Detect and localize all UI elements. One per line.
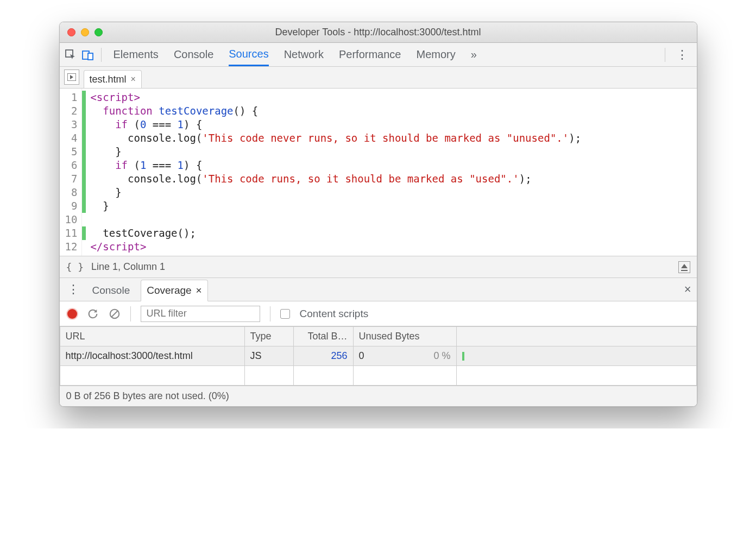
svg-rect-2 bbox=[88, 53, 93, 60]
coverage-table: URL Type Total B… Unused Bytes http://lo… bbox=[60, 326, 697, 386]
separator bbox=[665, 48, 665, 62]
cell-usage-bar bbox=[456, 346, 696, 366]
tabs-overflow[interactable]: » bbox=[471, 43, 477, 66]
code-editor[interactable]: 123456789101112 <script> function testCo… bbox=[60, 89, 697, 256]
table-row bbox=[60, 366, 696, 386]
editor-status-bar: { } Line 1, Column 1 bbox=[60, 256, 697, 278]
tab-console[interactable]: Console bbox=[174, 43, 213, 66]
col-usage-bar[interactable] bbox=[456, 327, 696, 346]
close-drawer-tab-icon[interactable]: × bbox=[196, 285, 202, 297]
coverage-markers bbox=[82, 89, 86, 256]
pretty-print-icon[interactable]: { } bbox=[66, 261, 84, 273]
file-tab-test-html[interactable]: test.html × bbox=[84, 70, 142, 88]
col-type[interactable]: Type bbox=[244, 327, 293, 346]
tab-network[interactable]: Network bbox=[284, 43, 324, 66]
tab-memory[interactable]: Memory bbox=[417, 43, 456, 66]
drawer-menu-icon[interactable]: ⋮ bbox=[65, 282, 81, 297]
window-title: Developer Tools - http://localhost:3000/… bbox=[60, 27, 697, 38]
cell-total-bytes: 256 bbox=[293, 346, 353, 366]
devtools-window: Developer Tools - http://localhost:3000/… bbox=[59, 22, 697, 407]
separator bbox=[101, 48, 102, 62]
inspect-element-icon[interactable] bbox=[64, 48, 77, 61]
device-toolbar-icon[interactable] bbox=[81, 48, 94, 61]
clear-icon[interactable] bbox=[109, 308, 121, 320]
url-filter-input[interactable] bbox=[141, 306, 260, 322]
drawer-tab-bar: ⋮ Console Coverage × × bbox=[60, 278, 697, 301]
col-url[interactable]: URL bbox=[60, 327, 244, 346]
close-drawer-icon[interactable]: × bbox=[684, 282, 691, 297]
cursor-position: Line 1, Column 1 bbox=[91, 261, 165, 273]
titlebar: Developer Tools - http://localhost:3000/… bbox=[60, 22, 697, 43]
table-header-row: URL Type Total B… Unused Bytes bbox=[60, 327, 696, 346]
tab-elements[interactable]: Elements bbox=[114, 43, 159, 66]
cell-unused-bytes: 0 0 % bbox=[353, 346, 456, 366]
tab-sources[interactable]: Sources bbox=[229, 43, 268, 66]
cell-url: http://localhost:3000/test.html bbox=[60, 346, 244, 366]
line-gutter: 123456789101112 bbox=[60, 89, 83, 256]
collapse-drawer-icon[interactable] bbox=[678, 261, 690, 273]
file-tab-bar: test.html × bbox=[60, 67, 697, 89]
file-tab-label: test.html bbox=[90, 74, 127, 85]
navigator-toggle-icon[interactable] bbox=[64, 70, 79, 85]
close-file-tab-icon[interactable]: × bbox=[131, 74, 136, 84]
cell-type: JS bbox=[244, 346, 293, 366]
code-content[interactable]: <script> function testCoverage() { if (0… bbox=[86, 89, 581, 256]
coverage-summary: 0 B of 256 B bytes are not used. (0%) bbox=[60, 386, 697, 406]
content-scripts-checkbox[interactable] bbox=[280, 309, 290, 319]
separator bbox=[130, 306, 131, 321]
main-toolbar: Elements Console Sources Network Perform… bbox=[60, 43, 697, 67]
col-total-bytes[interactable]: Total B… bbox=[293, 327, 353, 346]
drawer-tab-coverage[interactable]: Coverage × bbox=[141, 280, 208, 301]
reload-icon[interactable] bbox=[87, 308, 99, 320]
settings-menu-icon[interactable]: ⋮ bbox=[672, 48, 692, 62]
drawer-tab-coverage-label: Coverage bbox=[147, 285, 191, 297]
table-row[interactable]: http://localhost:3000/test.html JS 256 0… bbox=[60, 346, 696, 366]
coverage-toolbar: Content scripts bbox=[60, 301, 697, 326]
record-button[interactable] bbox=[67, 309, 77, 319]
separator bbox=[270, 306, 270, 321]
panel-tabs: Elements Console Sources Network Perform… bbox=[114, 43, 477, 66]
content-scripts-label: Content scripts bbox=[300, 308, 369, 320]
drawer-tab-console[interactable]: Console bbox=[87, 280, 136, 301]
svg-line-5 bbox=[111, 311, 117, 317]
col-unused-bytes[interactable]: Unused Bytes bbox=[353, 327, 456, 346]
tab-performance[interactable]: Performance bbox=[339, 43, 401, 66]
